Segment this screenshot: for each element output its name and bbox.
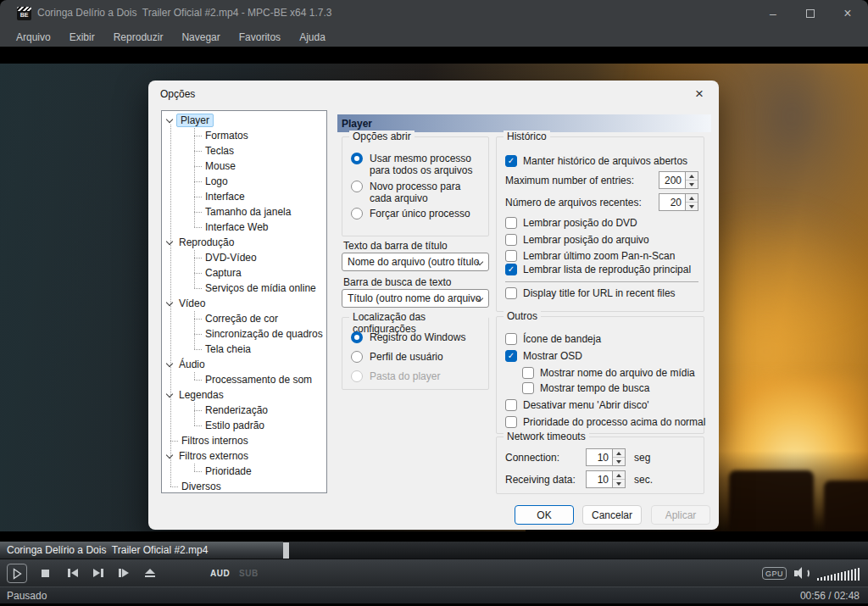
tree-connector [194, 319, 202, 320]
next-button[interactable] [92, 559, 105, 587]
tree-item-interface[interactable]: Interface [162, 189, 326, 204]
checkbox-mostrar-tempo-busca[interactable]: Mostrar tempo de busca [522, 381, 649, 395]
spin-up-icon[interactable] [613, 449, 625, 458]
tree-item-logo[interactable]: Logo [162, 174, 326, 189]
menu-navegar[interactable]: Navegar [172, 27, 229, 47]
checkbox-mostrar-osd[interactable]: Mostrar OSD [505, 349, 582, 363]
tree-item-dvd-video[interactable]: DVD-Vídeo [162, 250, 326, 265]
radio-icon [351, 351, 363, 363]
checkbox-icone-bandeja[interactable]: Ícone de bandeja [505, 332, 601, 346]
checkbox-desativar-abrir-disco[interactable]: Desativar menu 'Abrir disco' [505, 398, 649, 412]
tree-item-processamento-de-som[interactable]: Processamento de som [162, 372, 326, 387]
tree-item-servicos-de-midia-online[interactable]: Serviços de mídia online [162, 281, 326, 296]
radio-single-process[interactable]: Forçar único processo [351, 208, 481, 220]
checkbox-icon [522, 367, 534, 379]
checkbox-lembrar-arquivo[interactable]: Lembrar posição do arquivo [505, 233, 649, 247]
window-titlebar: BE Coringa Delírio a Dois Trailer Oficia… [0, 0, 868, 27]
tree-item-captura[interactable]: Captura [162, 265, 326, 281]
page-title: Player [337, 114, 711, 132]
connection-timeout-row: Connection: 10 seg [505, 448, 698, 466]
tree-item-renderizacao[interactable]: Renderização [162, 403, 326, 418]
eject-button[interactable] [142, 559, 158, 587]
tree-item-teclas[interactable]: Teclas [162, 143, 326, 158]
spin-up-icon[interactable] [686, 172, 698, 181]
tree-item-diversos[interactable]: Diversos [162, 479, 326, 493]
menu-ajuda[interactable]: Ajuda [290, 27, 335, 47]
tree-item-tela-cheia[interactable]: Tela cheia [162, 342, 326, 357]
chair-silhouette [824, 481, 868, 531]
seekbar-text-select[interactable]: Título (outro nome do arquivo [342, 289, 489, 308]
spin-down-icon[interactable] [686, 181, 698, 188]
tree-item-audio[interactable]: Áudio [162, 357, 326, 372]
play-button[interactable] [7, 564, 27, 583]
tree-item-filtros-externos[interactable]: Filtros externos [162, 448, 326, 464]
radio-icon [351, 181, 363, 192]
speaker-icon[interactable] [794, 567, 811, 580]
spin-down-icon[interactable] [613, 458, 625, 465]
seekbar[interactable]: Coringa Delírio a Dois Trailer Oficial #… [0, 541, 868, 559]
radio-perfil-usuario[interactable]: Perfil de usuário [351, 351, 443, 363]
chevron-down-icon [166, 115, 173, 122]
subtitle-track-button[interactable]: SUB [239, 559, 259, 587]
tree-item-prioridade[interactable]: Prioridade [162, 464, 326, 479]
radio-registro-windows[interactable]: Registro do Windows [351, 331, 465, 343]
stop-button[interactable] [38, 559, 52, 587]
step-icon [119, 569, 121, 577]
tree-item-mouse[interactable]: Mouse [162, 158, 326, 174]
tree-connector [194, 197, 202, 197]
checkbox-icon [505, 250, 517, 262]
ok-button[interactable]: OK [515, 505, 574, 525]
max-entries-spinner[interactable]: 200 [659, 171, 698, 189]
checkbox-mostrar-nome-arquivo[interactable]: Mostrar nome do arquivo de mídia [522, 366, 695, 380]
receiving-timeout-spinner[interactable]: 10 [586, 470, 626, 488]
menu-exibir[interactable]: Exibir [60, 27, 104, 47]
checkbox-manter-historico[interactable]: Manter histórico de arquivos abertos [505, 154, 687, 168]
mpc-be-window: BE Coringa Delírio a Dois Trailer Oficia… [0, 0, 868, 606]
menu-favoritos[interactable]: Favoritos [230, 27, 290, 47]
tree-item-formatos[interactable]: Formatos [162, 128, 326, 143]
spin-down-icon[interactable] [686, 203, 698, 210]
checkbox-icon [505, 333, 517, 345]
previous-button[interactable] [66, 559, 80, 587]
seekbar-filename: Coringa Delírio a Dois Trailer Oficial #… [7, 544, 208, 556]
spin-up-icon[interactable] [686, 194, 698, 203]
titlebar-text-select[interactable]: Nome do arquivo (outro título [342, 253, 489, 271]
group-opcoes-abrir: Opções abrir Usar mesmo processo para to… [342, 136, 489, 236]
spin-down-icon[interactable] [613, 480, 625, 487]
checkbox-lembrar-zoom[interactable]: Lembrar último zoom Pan-n-Scan [505, 249, 675, 263]
minimize-button[interactable]: – [754, 0, 792, 27]
radio-new-process[interactable]: Novo processo para cada arquivo [351, 181, 481, 204]
tree-item-tamanho-da-janela[interactable]: Tamanho da janela [162, 204, 326, 220]
checkbox-prioridade-processo[interactable]: Prioridade do processo acima do normal [505, 415, 705, 429]
max-entries-row: Maximum number of entries: 200 [505, 171, 698, 189]
close-button[interactable]: × [829, 0, 866, 27]
frame-step-button[interactable] [117, 559, 131, 587]
tree-item-sincronizacao-de-quadros[interactable]: Sincronização de quadros [162, 326, 326, 342]
cancel-button[interactable]: Cancelar [582, 505, 642, 525]
volume-slider[interactable] [817, 565, 863, 581]
tree-item-interface-web[interactable]: Interface Web [162, 220, 326, 235]
checkbox-lembrar-playlist[interactable]: Lembrar lista de reprodução principal [505, 263, 691, 276]
connection-timeout-spinner[interactable]: 10 [586, 448, 626, 466]
dialog-close-icon[interactable]: × [690, 84, 709, 104]
tree-item-reproducao[interactable]: Reprodução [162, 235, 326, 250]
seekbar-handle[interactable] [283, 542, 289, 559]
apply-button[interactable]: Aplicar [651, 505, 710, 525]
tree-item-estilo-padrao[interactable]: Estilo padrão [162, 418, 326, 433]
spin-up-icon[interactable] [613, 471, 625, 480]
eject-icon [145, 569, 155, 577]
radio-same-process[interactable]: Usar mesmo processo para todos os arquiv… [351, 153, 481, 176]
checkbox-display-title-url[interactable]: Display title for URL in recent files [505, 286, 676, 300]
maximize-button[interactable] [792, 0, 829, 27]
checkbox-lembrar-dvd[interactable]: Lembrar posição do DVD [505, 216, 637, 230]
menu-arquivo[interactable]: Arquivo [7, 27, 60, 47]
menu-reproduzir[interactable]: Reproduzir [104, 27, 173, 47]
tree-item-filtros-internos[interactable]: Filtros internos [162, 433, 326, 448]
tree-item-correcao-de-cor[interactable]: Correção de cor [162, 311, 326, 326]
audio-track-button[interactable]: AUD [210, 559, 230, 587]
recent-files-spinner[interactable]: 20 [659, 193, 698, 211]
tree-item-legendas[interactable]: Legendas [162, 387, 326, 403]
tree-connector [194, 410, 202, 411]
tree-item-player[interactable]: Player [162, 113, 326, 128]
tree-item-video[interactable]: Vídeo [162, 296, 326, 311]
